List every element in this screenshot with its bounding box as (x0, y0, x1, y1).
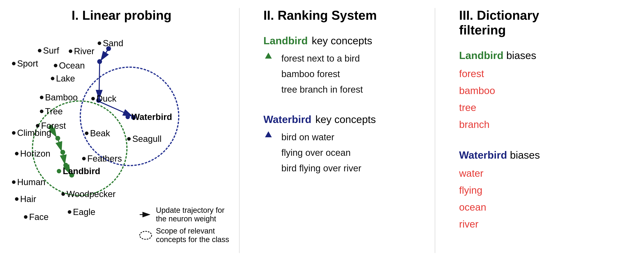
landbird-filter-block: Landbird biases forest bamboo tree branc… (459, 50, 583, 133)
dot-sand (98, 42, 101, 45)
waterbird-filter-header: Waterbird biases (459, 149, 583, 161)
label-horizon: Horizon (15, 149, 50, 158)
bias-bamboo: bamboo (459, 82, 583, 99)
waterbird-ranking-content: bird on water flying over ocean bird fly… (264, 129, 427, 176)
label-climbing: Climbing (12, 128, 51, 138)
landbird-filter-label: Landbird (459, 50, 503, 61)
landbird-concepts: forest next to a bird bamboo forest tree… (281, 50, 363, 98)
dot-landbird (57, 169, 61, 173)
label-duck: Duck (91, 94, 116, 104)
svg-point-13 (97, 59, 102, 64)
dot-woodpecker (61, 192, 65, 196)
label-lake: Lake (51, 74, 75, 84)
divider-ii-iii (435, 8, 435, 253)
section-i-title: I. Linear probing (12, 8, 231, 23)
dot-climbing (12, 131, 16, 135)
label-river: River (69, 46, 94, 56)
label-bamboo: Bamboo (40, 92, 78, 102)
bias-river: river (459, 216, 583, 233)
landbird-ranking-content: forest next to a bird bamboo forest tree… (264, 50, 427, 98)
waterbird-ranking-block: Waterbird key concepts bird on water (264, 113, 427, 176)
diagram-area: Sport Surf Ocean Lake River (12, 27, 231, 256)
waterbird-label: Waterbird (264, 113, 312, 125)
waterbird-biases: water flying ocean river (459, 165, 583, 233)
landbird-filter-header: Landbird biases (459, 50, 583, 61)
svg-marker-24 (265, 131, 272, 137)
section-ii: II. Ranking System Landbird key concepts (248, 8, 427, 253)
bias-tree: tree (459, 99, 583, 116)
label-beak: Beak (85, 128, 110, 138)
label-hair: Hair (15, 194, 36, 204)
bias-branch: branch (459, 116, 583, 133)
label-surf: Surf (38, 46, 59, 56)
dot-bamboo (40, 96, 44, 99)
green-arrow-up (264, 52, 274, 84)
label-ocean: Ocean (54, 60, 85, 70)
label-sand: Sand (98, 38, 123, 48)
label-sport: Sport (12, 58, 38, 68)
dot-horizon (15, 152, 18, 156)
landbird-ranking-header: Landbird key concepts (264, 35, 427, 46)
landbird-label: Landbird (264, 35, 308, 46)
waterbird-filter-block: Waterbird biases water flying ocean rive… (459, 149, 583, 233)
label-woodpecker: Woodpecker (61, 189, 116, 199)
dot-forest (36, 124, 40, 128)
divider-i-ii (239, 8, 240, 253)
label-feathers: Feathers (82, 154, 122, 164)
waterbird-filter-label: Waterbird (459, 149, 507, 161)
legend-arrow-icon (139, 212, 153, 218)
waterbird-suffix: key concepts (316, 113, 376, 125)
dot-tree (40, 110, 44, 113)
dot-river (69, 50, 72, 53)
waterbird-concepts: bird on water flying over ocean bird fly… (281, 129, 361, 176)
dot-hair (15, 197, 18, 201)
blue-arrow-up (264, 131, 274, 163)
dot-sport (12, 62, 16, 65)
legend-circle: Scope of relevantconcepts for the class (139, 227, 229, 244)
bias-flying: flying (459, 182, 583, 199)
landbird-suffix: key concepts (312, 35, 372, 46)
bias-ocean: ocean (459, 199, 583, 216)
svg-line-16 (101, 48, 108, 60)
section-iii: III. Dictionary filtering Landbird biase… (443, 8, 583, 253)
dot-beak (85, 132, 88, 135)
label-seagull: Seagull (127, 134, 162, 144)
dot-duck (91, 97, 95, 100)
label-human: Human (12, 177, 46, 187)
svg-point-20 (140, 231, 152, 239)
section-iii-title: III. Dictionary filtering (459, 8, 583, 38)
dot-human (12, 180, 16, 184)
waterbird-ranking-header: Waterbird key concepts (264, 113, 427, 125)
label-eagle: Eagle (68, 207, 96, 217)
section-i: I. Linear probing (12, 8, 231, 253)
dot-lake (51, 77, 54, 80)
dot-eagle (68, 210, 71, 214)
legend-circle-icon (139, 230, 153, 240)
label-landbird-dot: Landbird (57, 166, 100, 176)
label-tree: Tree (40, 106, 63, 116)
waterbird-filter-suffix: biases (510, 149, 540, 161)
label-waterbird-dot: Waterbird (126, 112, 172, 122)
svg-marker-22 (265, 52, 272, 58)
legend-arrow: Update trajectory forthe neuron weight (139, 206, 229, 223)
dot-surf (38, 49, 42, 52)
dot-face (24, 215, 28, 219)
dot-waterbird (126, 115, 130, 119)
dot-feathers (82, 157, 86, 160)
bias-water: water (459, 165, 583, 182)
dot-ocean (54, 64, 58, 67)
dot-seagull (127, 137, 131, 141)
landbird-biases: forest bamboo tree branch (459, 65, 583, 133)
label-face: Face (24, 212, 48, 222)
bias-forest: forest (459, 65, 583, 82)
section-ii-title: II. Ranking System (264, 8, 427, 23)
landbird-filter-suffix: biases (506, 50, 536, 61)
landbird-ranking-block: Landbird key concepts forest next to a b (264, 35, 427, 98)
legend: Update trajectory forthe neuron weight S… (139, 206, 229, 244)
